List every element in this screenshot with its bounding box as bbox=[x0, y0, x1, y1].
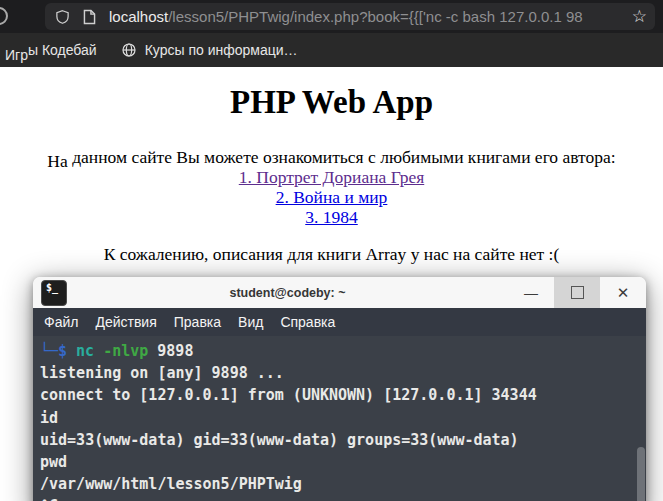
prompt-symbol: └─$ bbox=[40, 342, 67, 360]
book-notfound-message: К сожалению, описания для книги Array у … bbox=[0, 244, 663, 265]
bookmark-star-icon[interactable]: ☆ bbox=[632, 8, 647, 25]
terminal-scrollbar-thumb[interactable] bbox=[637, 447, 645, 501]
close-icon: ✕ bbox=[617, 284, 630, 302]
terminal-output-line: listening on [any] 9898 ... bbox=[40, 362, 646, 384]
terminal-menubar: Файл Действия Правка Вид Справка bbox=[33, 308, 646, 336]
book-link-1984[interactable]: 3. 1984 bbox=[0, 207, 663, 227]
book-link-dorian-gray[interactable]: 1. Портрет Дориана Грея bbox=[0, 167, 663, 187]
terminal-output-line: id bbox=[40, 407, 646, 429]
shield-icon[interactable] bbox=[55, 9, 70, 25]
terminal-output-line: connect to [127.0.0.1] from (UNKNOWN) [1… bbox=[40, 384, 646, 406]
terminal-output-line: ^C bbox=[40, 495, 646, 501]
url-path: /lesson5/PHPTwig/index.php?book={{['nc -… bbox=[168, 8, 582, 25]
terminal-title: student@codeby: ~ bbox=[67, 286, 508, 300]
menu-item-file[interactable]: Файл bbox=[44, 314, 78, 330]
terminal-output-line: pwd bbox=[40, 451, 646, 473]
close-button[interactable]: ✕ bbox=[600, 277, 646, 308]
bookmark-label: Курсы по информаци… bbox=[145, 42, 298, 58]
browser-toolbar: localhost/lesson5/PHPTwig/index.php?book… bbox=[0, 0, 663, 33]
intro-rest: данном сайте Вы можете ознакомиться с лю… bbox=[68, 147, 616, 167]
menu-item-help[interactable]: Справка bbox=[280, 314, 335, 330]
url-host: localhost bbox=[109, 8, 168, 25]
bookmarks-bar: Игры Кодебай Курсы по информаци… bbox=[0, 33, 663, 67]
intro-paragraph: На данном сайте Вы можете ознакомиться с… bbox=[0, 147, 663, 167]
web-page-content: PHP Web App На данном сайте Вы можете оз… bbox=[0, 84, 663, 265]
bookmark-label-part1: Игр bbox=[5, 47, 28, 63]
address-bar[interactable]: localhost/lesson5/PHPTwig/index.php?book… bbox=[45, 3, 655, 30]
terminal-app-icon: $_ bbox=[41, 280, 67, 306]
terminal-titlebar[interactable]: $_ student@codeby: ~ — ✕ bbox=[33, 277, 646, 308]
book-link-war-and-peace[interactable]: 2. Война и мир bbox=[0, 187, 663, 207]
bookmark-label-part2: ы Кодебай bbox=[28, 42, 97, 58]
intro-first-word: На bbox=[47, 151, 67, 171]
page-title: PHP Web App bbox=[0, 84, 663, 120]
menu-item-view[interactable]: Вид bbox=[238, 314, 263, 330]
maximize-icon bbox=[571, 286, 584, 299]
intro-block: На данном сайте Вы можете ознакомиться с… bbox=[0, 147, 663, 227]
minimize-button[interactable]: — bbox=[508, 277, 554, 308]
page-icon[interactable] bbox=[83, 9, 96, 25]
menu-item-actions[interactable]: Действия bbox=[95, 314, 156, 330]
maximize-button[interactable] bbox=[554, 277, 600, 308]
terminal-body[interactable]: └─$nc-nlvp9898 listening on [any] 9898 .… bbox=[33, 336, 646, 501]
minimize-icon: — bbox=[524, 285, 538, 301]
window-controls: — ✕ bbox=[508, 277, 646, 308]
bookmark-item-courses[interactable]: Курсы по информаци… bbox=[121, 42, 298, 58]
terminal-output-line: /var/www/html/lesson5/PHPTwig bbox=[40, 473, 646, 495]
terminal-prompt-line: └─$nc-nlvp9898 bbox=[40, 340, 646, 362]
url-text[interactable]: localhost/lesson5/PHPTwig/index.php?book… bbox=[109, 3, 628, 30]
bookmark-item-codeby-games[interactable]: Игры Кодебай bbox=[5, 42, 97, 58]
globe-icon bbox=[121, 42, 137, 58]
url-fade bbox=[594, 3, 628, 30]
prompt-option: -nlvp bbox=[103, 342, 148, 360]
terminal-window: $_ student@codeby: ~ — ✕ Файл Действия П… bbox=[33, 277, 646, 501]
terminal-output-line: uid=33(www-data) gid=33(www-data) groups… bbox=[40, 429, 646, 451]
prompt-command: nc bbox=[76, 342, 94, 360]
menu-item-edit[interactable]: Правка bbox=[174, 314, 221, 330]
partial-browser-icon bbox=[0, 7, 8, 25]
prompt-argument: 9898 bbox=[157, 342, 193, 360]
